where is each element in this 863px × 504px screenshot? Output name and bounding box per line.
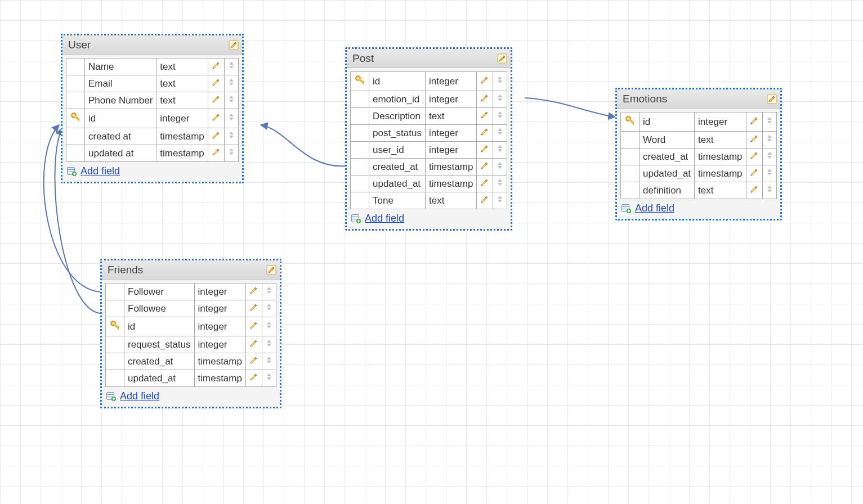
add-field-link[interactable]: Add field — [81, 165, 120, 177]
edit-entity-icon[interactable] — [497, 53, 507, 64]
entity-friends[interactable]: FriendsFollowerintegerFolloweeintegeridi… — [100, 259, 281, 408]
field-row[interactable]: idinteger — [351, 72, 507, 91]
reorder-icon[interactable] — [228, 78, 235, 87]
field-row[interactable]: created_attimestamp — [106, 353, 276, 370]
edit-field-cell[interactable] — [245, 353, 262, 370]
reorder-icon[interactable] — [497, 144, 503, 153]
field-row[interactable]: definitiontext — [621, 182, 777, 199]
reorder-icon[interactable] — [766, 168, 773, 177]
field-row[interactable]: Descriptiontext — [351, 108, 507, 125]
reorder-field-cell[interactable] — [493, 176, 507, 192]
reorder-field-cell[interactable] — [762, 182, 776, 199]
edit-field-cell[interactable] — [245, 284, 262, 300]
reorder-icon[interactable] — [228, 94, 235, 104]
reorder-icon[interactable] — [266, 339, 272, 348]
reorder-icon[interactable] — [497, 93, 503, 102]
edit-field-icon[interactable] — [480, 178, 489, 187]
edit-field-icon[interactable] — [212, 78, 221, 87]
reorder-icon[interactable] — [497, 75, 503, 84]
reorder-icon[interactable] — [266, 372, 272, 381]
reorder-field-cell[interactable] — [262, 317, 276, 336]
field-row[interactable]: updated_attimestamp — [351, 176, 507, 192]
reorder-icon[interactable] — [766, 116, 773, 125]
reorder-icon[interactable] — [228, 130, 235, 140]
edit-field-icon[interactable] — [249, 321, 258, 330]
reorder-field-cell[interactable] — [262, 284, 276, 300]
reorder-icon[interactable] — [228, 112, 235, 122]
add-field-icon[interactable] — [67, 167, 77, 176]
edit-field-cell[interactable] — [208, 75, 224, 92]
edit-field-icon[interactable] — [212, 94, 221, 104]
edit-field-icon[interactable] — [750, 168, 759, 177]
add-field-link[interactable]: Add field — [635, 202, 674, 214]
reorder-field-cell[interactable] — [493, 72, 507, 91]
reorder-field-cell[interactable] — [493, 125, 507, 142]
edit-field-cell[interactable] — [477, 125, 493, 142]
reorder-field-cell[interactable] — [224, 145, 238, 162]
edit-field-cell[interactable] — [746, 165, 762, 182]
edit-field-icon[interactable] — [212, 112, 221, 122]
edit-field-cell[interactable] — [245, 317, 262, 336]
reorder-field-cell[interactable] — [493, 192, 507, 209]
field-row[interactable]: request_statusinteger — [106, 336, 276, 353]
entity-post[interactable]: Postidintegeremotion_idintegerDescriptio… — [345, 47, 512, 231]
edit-field-cell[interactable] — [208, 145, 224, 162]
add-field-icon[interactable] — [621, 204, 632, 213]
edit-field-cell[interactable] — [746, 112, 762, 132]
edit-field-icon[interactable] — [249, 339, 258, 348]
reorder-field-cell[interactable] — [493, 159, 507, 176]
edit-field-icon[interactable] — [750, 134, 759, 143]
field-row[interactable]: Tonetext — [351, 192, 507, 209]
reorder-icon[interactable] — [266, 356, 272, 364]
edit-field-icon[interactable] — [480, 110, 489, 119]
reorder-field-cell[interactable] — [762, 112, 776, 132]
reorder-field-cell[interactable] — [262, 353, 276, 370]
reorder-icon[interactable] — [228, 61, 235, 70]
edit-field-icon[interactable] — [480, 75, 489, 84]
field-row[interactable]: Wordtext — [621, 132, 777, 148]
reorder-icon[interactable] — [497, 178, 503, 187]
field-row[interactable]: emotion_idinteger — [351, 91, 507, 108]
edit-field-cell[interactable] — [477, 108, 493, 125]
entity-header[interactable]: Emotions — [617, 89, 780, 109]
edit-field-icon[interactable] — [750, 184, 759, 194]
edit-field-icon[interactable] — [249, 372, 258, 381]
reorder-field-cell[interactable] — [224, 92, 238, 109]
reorder-field-cell[interactable] — [224, 75, 238, 92]
add-field-icon[interactable] — [351, 214, 361, 223]
reorder-field-cell[interactable] — [493, 91, 507, 108]
reorder-icon[interactable] — [766, 134, 773, 143]
edit-field-cell[interactable] — [477, 142, 493, 159]
field-row[interactable]: created_attimestamp — [621, 148, 777, 165]
edit-field-icon[interactable] — [249, 303, 258, 312]
add-field-row[interactable]: Add field — [347, 210, 511, 229]
edit-field-cell[interactable] — [208, 109, 224, 128]
field-row[interactable]: updated attimestamp — [66, 145, 239, 162]
field-row[interactable]: idinteger — [106, 317, 276, 336]
add-field-link[interactable]: Add field — [120, 390, 159, 402]
field-row[interactable]: updated_attimestamp — [621, 165, 777, 182]
edit-field-cell[interactable] — [245, 370, 262, 387]
reorder-icon[interactable] — [497, 110, 503, 119]
edit-field-cell[interactable] — [477, 72, 493, 91]
entity-user[interactable]: UserNametextEmailtextPhone Numbertextidi… — [61, 34, 244, 183]
reorder-icon[interactable] — [766, 151, 773, 160]
reorder-icon[interactable] — [266, 303, 272, 312]
field-row[interactable]: Emailtext — [66, 75, 239, 92]
edit-field-icon[interactable] — [480, 127, 489, 136]
field-row[interactable]: Followeeinteger — [106, 300, 276, 317]
edit-field-cell[interactable] — [245, 300, 262, 317]
reorder-field-cell[interactable] — [762, 132, 776, 148]
reorder-field-cell[interactable] — [262, 370, 276, 387]
reorder-icon[interactable] — [497, 161, 503, 170]
edit-field-icon[interactable] — [480, 144, 489, 153]
edit-field-icon[interactable] — [750, 151, 759, 160]
reorder-icon[interactable] — [266, 321, 272, 330]
reorder-icon[interactable] — [497, 195, 503, 204]
entity-emotions[interactable]: EmotionsidintegerWordtextcreated_attimes… — [615, 88, 782, 220]
edit-field-icon[interactable] — [212, 147, 221, 156]
field-row[interactable]: idinteger — [621, 112, 777, 132]
add-field-row[interactable]: Add field — [62, 163, 242, 182]
add-field-link[interactable]: Add field — [365, 213, 404, 224]
edit-field-cell[interactable] — [746, 182, 762, 199]
